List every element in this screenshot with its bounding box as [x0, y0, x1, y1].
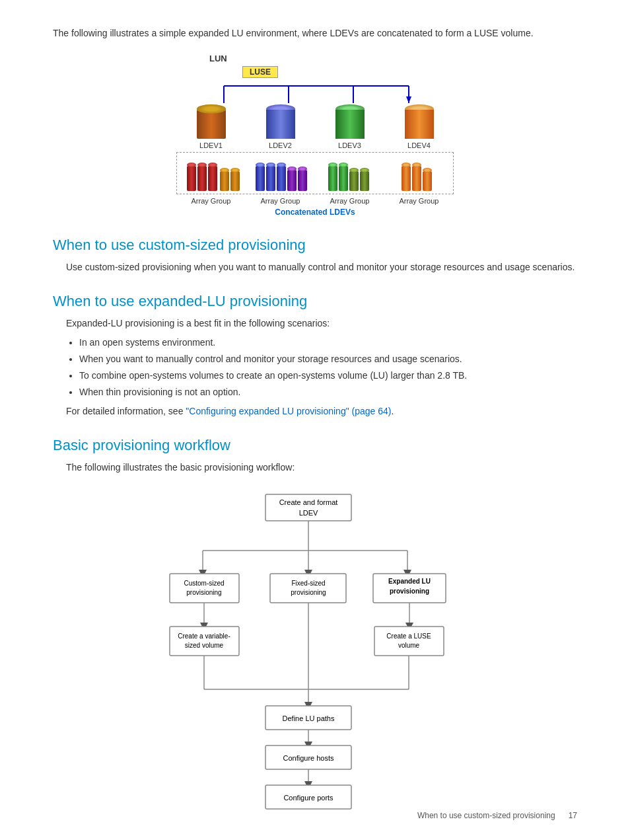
ag-label-1: Array Group [182, 197, 241, 205]
ldev4-item: LDEV4 [390, 104, 449, 149]
workflow-svg: Create and format LDEV Custom-sized prov… [163, 488, 467, 831]
basic-workflow-heading: Basic provisioning workflow [53, 437, 577, 454]
custom-sized-body: Use custom-sized provisioning when you w… [66, 260, 577, 274]
bullet-item-2: When you want to manually control and mo… [79, 352, 577, 366]
ldev4-cylinder [405, 104, 434, 139]
svg-text:provisioning: provisioning [186, 589, 221, 596]
link-prefix: For detailed information, see [66, 406, 186, 416]
array-group-3 [319, 158, 378, 191]
page-footer: When to use custom-sized provisioning 17 [417, 811, 577, 820]
ldev1-cylinder [197, 104, 226, 139]
ldev2-label: LDEV2 [269, 141, 292, 149]
ldev2-item: LDEV2 [251, 104, 310, 149]
bullet-item-1: In an open systems environment. [79, 336, 577, 350]
link-suffix: . [391, 406, 394, 416]
bullet-item-3: To combine open-systems volumes to creat… [79, 369, 577, 383]
workflow-diagram: Create and format LDEV Custom-sized prov… [163, 488, 467, 833]
ldev3-cylinder [335, 104, 365, 139]
svg-text:Create and format: Create and format [279, 498, 338, 506]
svg-rect-14 [170, 574, 239, 603]
ldev3-label: LDEV3 [338, 141, 361, 149]
ldev2-cylinder [266, 104, 295, 139]
footer-text: When to use custom-sized provisioning [417, 811, 555, 820]
ldev3-item: LDEV3 [320, 104, 380, 149]
array-group-4 [387, 158, 446, 191]
svg-text:Fixed-sized: Fixed-sized [291, 580, 325, 587]
intro-paragraph: The following illustrates a simple expan… [53, 26, 577, 40]
ag-label-3: Array Group [320, 197, 380, 205]
array-cylinders-row [180, 158, 450, 191]
array-group-2 [252, 158, 311, 191]
lun-diagram: LUN LUSE LDEV1 LDEV2 [176, 54, 454, 217]
svg-text:Expanded LU: Expanded LU [388, 578, 431, 585]
ldev-row: LDEV1 LDEV2 LDEV3 LDEV4 [176, 104, 454, 149]
ldev4-label: LDEV4 [407, 141, 431, 149]
svg-marker-5 [406, 96, 411, 103]
svg-text:LDEV: LDEV [299, 509, 318, 517]
svg-text:Create a variable-: Create a variable- [178, 632, 230, 640]
basic-workflow-intro: The following illustrates the basic prov… [66, 461, 577, 475]
array-group-section [176, 152, 454, 194]
svg-rect-24 [170, 627, 239, 656]
expanded-lu-intro: Expanded-LU provisioning is a best fit i… [66, 317, 577, 330]
svg-text:provisioning: provisioning [390, 588, 429, 595]
svg-rect-17 [270, 574, 346, 603]
svg-text:Configure hosts: Configure hosts [283, 754, 334, 762]
svg-text:Create a LUSE: Create a LUSE [386, 632, 431, 640]
luse-box: LUSE [242, 66, 278, 78]
page-number: 17 [569, 811, 577, 820]
expanded-lu-link-para: For detailed information, see "Configuri… [66, 404, 577, 418]
ag-label-2: Array Group [251, 197, 310, 205]
svg-text:Custom-sized: Custom-sized [184, 580, 224, 587]
ldev1-item: LDEV1 [182, 104, 241, 149]
ag-label-4: Array Group [390, 197, 449, 205]
concatenated-label: Concatenated LDEVs [176, 208, 454, 217]
expanded-lu-heading: When to use expanded-LU provisioning [53, 293, 577, 310]
svg-text:provisioning: provisioning [291, 589, 326, 596]
array-group-labels: Array Group Array Group Array Group Arra… [176, 197, 454, 205]
custom-sized-heading: When to use custom-sized provisioning [53, 237, 577, 254]
svg-text:volume: volume [398, 642, 420, 649]
svg-text:Configure ports: Configure ports [283, 794, 333, 802]
bullet-item-4: When thin provisioning is not an option. [79, 385, 577, 399]
expanded-lu-bullets: In an open systems environment. When you… [79, 336, 577, 399]
svg-text:Define LU paths: Define LU paths [283, 714, 335, 722]
svg-text:sized volume: sized volume [185, 642, 224, 649]
expanded-lu-link[interactable]: "Configuring expanded LU provisioning" (… [186, 406, 391, 416]
array-group-1 [184, 158, 243, 191]
lun-label: LUN [209, 54, 454, 63]
ldev1-label: LDEV1 [199, 141, 223, 149]
svg-rect-28 [374, 627, 444, 656]
bracket-svg [176, 85, 454, 104]
